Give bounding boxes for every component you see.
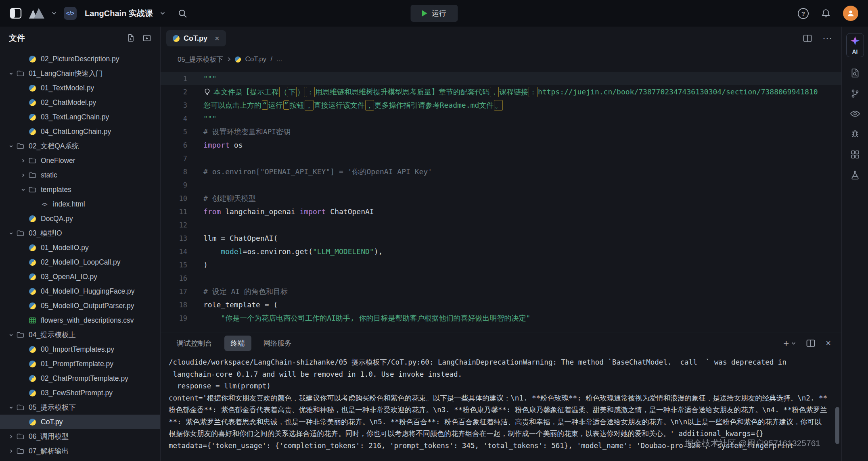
tree-folder[interactable]: templates	[0, 182, 160, 197]
tree-file[interactable]: 03_OpenAI_IO.py	[0, 269, 160, 284]
tree-file[interactable]: CoT.py	[0, 415, 160, 429]
line-number[interactable]: 14	[161, 248, 198, 256]
tree-folder[interactable]: 05_提示模板下	[0, 400, 160, 415]
notifications-bell-icon[interactable]	[821, 8, 831, 19]
line-number[interactable]: 3	[161, 101, 198, 109]
code-line[interactable]: 1"""	[161, 72, 841, 85]
tree-folder[interactable]: 02_文档QA系统	[0, 139, 160, 153]
editor-tab-cot[interactable]: CoT.py ×	[166, 30, 226, 46]
line-number[interactable]: 1	[161, 75, 198, 83]
line-number[interactable]: 13	[161, 234, 198, 242]
workspace-logo-icon[interactable]	[29, 8, 44, 19]
code-line[interactable]: 19 "你是一个为花店电商公司工作的AI助手, 你的目标是帮助客户根据他们的喜好…	[161, 311, 841, 325]
more-actions-icon[interactable]: ⋯	[822, 33, 832, 44]
code-line[interactable]: 7	[161, 152, 841, 165]
line-number[interactable]: 18	[161, 301, 198, 309]
line-number[interactable]: 9	[161, 181, 198, 189]
tree-file[interactable]: 04_ChatLongChain.py	[0, 124, 160, 139]
code-line[interactable]: 12	[161, 218, 841, 232]
help-icon[interactable]: ?	[798, 8, 809, 19]
tree-file[interactable]: 02_PictureDescription.py	[0, 52, 160, 66]
close-panel-icon[interactable]: ×	[826, 338, 831, 348]
code-line[interactable]: 8# os.environ["OPENAI_API_KEY"] = '你的Ope…	[161, 165, 841, 178]
panel-tab[interactable]: 终端	[224, 336, 251, 351]
tree-file[interactable]: 04_ModelIO_HuggingFace.py	[0, 284, 160, 298]
preview-eye-icon[interactable]	[850, 109, 860, 118]
tree-folder[interactable]: 03_模型IO	[0, 226, 160, 240]
tree-file[interactable]: flowers_with_descriptions.csv	[0, 313, 160, 327]
tree-file[interactable]: 01_TextModel.py	[0, 81, 160, 95]
run-button[interactable]: 运行	[410, 5, 458, 22]
tree-file[interactable]: 05_ModelIO_OutputParser.py	[0, 298, 160, 313]
code-line[interactable]: 9	[161, 178, 841, 192]
line-number[interactable]: 8	[161, 168, 198, 176]
tree-file[interactable]: 01_PromptTemplate.py	[0, 357, 160, 371]
tree-folder[interactable]: 06_调用模型	[0, 429, 160, 444]
code-editor[interactable]: 1"""2本文件是【提示工程（下）：用思维链和思维树提升模型思考质量】章节的配套…	[161, 69, 841, 332]
split-terminal-icon[interactable]	[806, 339, 815, 347]
breadcrumb-file[interactable]: CoT.py	[245, 55, 266, 63]
line-number[interactable]: 15	[161, 261, 198, 269]
new-terminal-button[interactable]: +	[783, 338, 796, 348]
line-number[interactable]: 7	[161, 154, 198, 163]
tree-folder[interactable]: 01_LangChain快速入门	[0, 66, 160, 81]
code-line[interactable]: 10# 创建聊天模型	[161, 192, 841, 205]
code-line[interactable]: 3您可以点击上方的“运行”按钮，直接运行该文件，更多操作指引请参考Readme.…	[161, 98, 841, 112]
terminal-scrollbar[interactable]	[835, 407, 839, 444]
project-chevron-down-icon[interactable]	[160, 12, 165, 15]
tree-file[interactable]: DocQA.py	[0, 211, 160, 226]
code-line[interactable]: 13llm = ChatOpenAI(	[161, 232, 841, 245]
code-line[interactable]: 14 model=os.environ.get("LLM_MODELEND"),	[161, 245, 841, 258]
breadcrumb-more[interactable]: ...	[276, 55, 282, 63]
test-flask-icon[interactable]	[850, 170, 860, 180]
code-line[interactable]: 17# 设定 AI 的角色和目标	[161, 285, 841, 298]
code-line[interactable]: 4"""	[161, 112, 841, 125]
tree-file[interactable]: 02_ChatModel.py	[0, 95, 160, 110]
split-editor-icon[interactable]	[803, 34, 812, 42]
terminal-output[interactable]: /cloudide/workspace/LangChain-shizhanke/…	[161, 354, 841, 461]
extensions-grid-icon[interactable]	[850, 150, 860, 159]
git-branch-icon[interactable]	[850, 89, 860, 98]
workspace-chevron-down-icon[interactable]	[52, 12, 56, 15]
line-number[interactable]: 2	[161, 88, 198, 96]
tree-folder[interactable]: 07_解析输出	[0, 444, 160, 458]
line-number[interactable]: 5	[161, 128, 198, 136]
tree-file[interactable]: 03_FewShotPrompt.py	[0, 386, 160, 400]
tree-file[interactable]: 02_ModelIO_LoopCall.py	[0, 255, 160, 269]
panel-tab[interactable]: 调试控制台	[177, 338, 212, 348]
code-line[interactable]: 2本文件是【提示工程（下）：用思维链和思维树提升模型思考质量】章节的配套代码，课…	[161, 85, 841, 98]
tree-file[interactable]: 03_TextLangChain.py	[0, 110, 160, 124]
tree-file[interactable]: <>index.html	[0, 197, 160, 211]
line-number[interactable]: 11	[161, 208, 198, 216]
tree-file[interactable]: 01_ModelIO.py	[0, 240, 160, 255]
new-file-icon[interactable]	[126, 33, 135, 42]
user-avatar[interactable]	[843, 6, 858, 21]
collapse-folders-icon[interactable]	[142, 33, 151, 42]
tree-file[interactable]: 02_ChatPromptTemplate.py	[0, 371, 160, 386]
code-line[interactable]: 15)	[161, 258, 841, 271]
line-number[interactable]: 19	[161, 314, 198, 322]
code-line[interactable]: 11from langchain_openai import ChatOpenA…	[161, 205, 841, 218]
breadcrumb-folder[interactable]: 05_提示模板下	[178, 55, 223, 64]
code-line[interactable]: 6import os	[161, 138, 841, 152]
line-number[interactable]: 16	[161, 274, 198, 282]
code-line[interactable]: 16	[161, 271, 841, 285]
line-number[interactable]: 10	[161, 194, 198, 202]
lightbulb-icon[interactable]	[203, 88, 211, 96]
code-line[interactable]: 18role_template = (	[161, 298, 841, 311]
tree-folder[interactable]: 04_提示模板上	[0, 327, 160, 342]
line-number[interactable]: 4	[161, 115, 198, 123]
search-icon[interactable]	[178, 9, 187, 18]
line-number[interactable]: 6	[161, 141, 198, 149]
tree-folder[interactable]: OneFlower	[0, 153, 160, 168]
line-number[interactable]: 12	[161, 221, 198, 229]
project-title[interactable]: LangChain 实战课	[85, 8, 153, 19]
ide-logo-icon[interactable]	[10, 7, 22, 19]
tree-file[interactable]: 00_ImportTemplates.py	[0, 342, 160, 357]
code-line[interactable]: 5# 设置环境变量和API密钥	[161, 125, 841, 138]
line-number[interactable]: 17	[161, 288, 198, 296]
close-icon[interactable]: ×	[215, 34, 220, 43]
debug-bug-icon[interactable]	[850, 129, 860, 139]
tree-folder[interactable]: static	[0, 168, 160, 182]
panel-tab[interactable]: 网络服务	[264, 338, 292, 348]
